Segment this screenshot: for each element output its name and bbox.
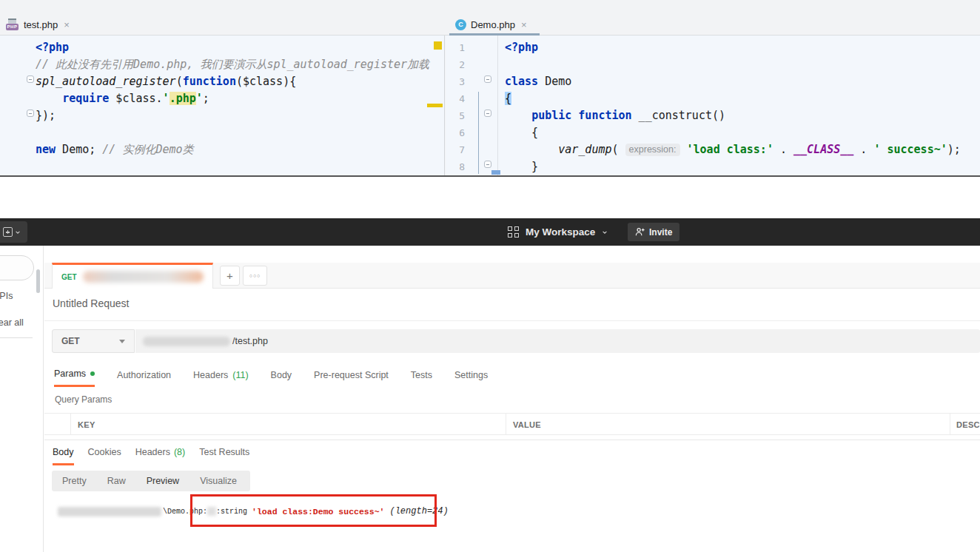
code-line: spl_autoload_register(function($class){: [36, 73, 431, 90]
fold-range-line: [478, 92, 479, 174]
add-request-tab-button[interactable]: +: [220, 266, 240, 286]
code-line: [36, 158, 431, 175]
redacted-line-number: [207, 507, 216, 516]
code-line: {: [505, 124, 977, 141]
sidebar-clear-all[interactable]: Clear all: [0, 317, 24, 328]
view-mode-preview[interactable]: Preview: [136, 476, 189, 486]
tab-test-results[interactable]: Test Results: [199, 440, 249, 465]
line-number: 3: [449, 73, 465, 90]
column-header-value: VALUE: [513, 420, 541, 429]
request-title: Untitled Request: [53, 297, 130, 309]
url-path: /test.php: [232, 336, 268, 346]
line-number: 2: [449, 56, 465, 73]
fold-marker-icon[interactable]: [484, 161, 491, 168]
caret-down-icon: [119, 340, 125, 343]
view-mode-visualize[interactable]: Visualize: [189, 476, 247, 486]
tab-label: test.php: [24, 19, 58, 30]
warning-stripe-mark[interactable]: [434, 41, 442, 50]
gutter-separator: [497, 36, 498, 175]
sidebar-search-pill[interactable]: [0, 255, 34, 280]
view-mode-pretty[interactable]: Pretty: [52, 476, 97, 486]
query-params-table-header: KEY VALUE DESCRIPTION: [44, 413, 980, 435]
line-number: 6: [449, 124, 465, 141]
request-tab-strip: GET + ○○○: [44, 263, 980, 289]
tab-authorization[interactable]: Authorization: [117, 364, 171, 387]
editor-tab-demo-php[interactable]: C Demo.php ×: [449, 14, 533, 35]
response-headers-count: (8): [174, 447, 185, 460]
tab-response-cookies[interactable]: Cookies: [88, 440, 121, 465]
var-dump-file-ref: \Demo.php:: [163, 508, 207, 516]
request-section-tabs: Params Authorization Headers (11) Body P…: [54, 364, 488, 387]
php-badge-label: PHP: [6, 24, 19, 30]
more-tabs-button[interactable]: ○○○: [243, 266, 267, 286]
editor-test-php[interactable]: <?php// 此处没有先引用Demo.php, 我们要演示从spl_autol…: [0, 36, 445, 175]
editor-tab-test-php[interactable]: PHP test.php ×: [0, 14, 75, 35]
sidebar-divider: [0, 337, 33, 338]
close-icon[interactable]: ×: [64, 19, 70, 30]
person-plus-icon: [635, 227, 645, 237]
response-section-tabs: Body Cookies Headers (8) Test Results: [53, 440, 249, 465]
code-line: // 此处没有先引用Demo.php, 我们要演示从spl_autoload_r…: [36, 56, 431, 73]
scrollbar-thumb[interactable]: [36, 269, 40, 293]
divider: [44, 320, 980, 321]
method-select[interactable]: GET: [52, 329, 135, 353]
tab-response-body[interactable]: Body: [53, 440, 74, 465]
workspace-label: My Workspace: [526, 226, 595, 238]
tab-tests[interactable]: Tests: [411, 364, 432, 387]
php-file-icon: PHP: [6, 18, 19, 30]
request-tab[interactable]: GET: [52, 263, 213, 289]
code-line: });: [36, 107, 431, 124]
line-number: 8: [449, 158, 465, 175]
code-area: <?php// 此处没有先引用Demo.php, 我们要演示从spl_autol…: [36, 39, 431, 175]
sidebar-item-apis[interactable]: APIs: [0, 291, 13, 301]
postman-main: GET + ○○○ Untitled Request GET /test.php…: [44, 246, 980, 552]
code-line: public function __construct(): [505, 107, 977, 124]
line-number: 7: [449, 141, 465, 158]
column-header-description: DESCRIPTION: [956, 420, 980, 429]
code-line: new Demo; // 实例化Demo类: [36, 141, 431, 158]
tab-headers[interactable]: Headers (11): [193, 364, 249, 387]
tab-settings[interactable]: Settings: [454, 364, 488, 387]
invite-button[interactable]: Invite: [628, 223, 679, 241]
editor-tab-bar: PHP test.php × C Demo.php ×: [0, 0, 980, 36]
code-line: var_dump( expression: 'load class:' . __…: [505, 141, 977, 158]
code-line: require $class.'.php';: [36, 90, 431, 107]
scrollbar-fragment[interactable]: [491, 170, 500, 175]
line-number: 1: [449, 39, 465, 56]
redacted-host: [143, 337, 230, 346]
tab-response-headers[interactable]: Headers (8): [135, 440, 186, 465]
invite-label: Invite: [649, 227, 672, 238]
var-dump-length: (length=24): [389, 506, 448, 516]
view-mode-raw[interactable]: Raw: [97, 476, 136, 486]
code-line: [505, 56, 977, 73]
method-badge: GET: [61, 273, 77, 281]
chevron-down-icon: [602, 229, 608, 235]
new-tab-button[interactable]: [0, 221, 27, 243]
response-body-line: \Demo.php: :string 'load class:Demo succ…: [58, 504, 449, 519]
postman-header: My Workspace Invite: [0, 218, 980, 246]
fold-marker-icon[interactable]: [27, 110, 34, 117]
fold-marker-icon[interactable]: [27, 75, 34, 83]
response-view-mode-switch: Pretty Raw Preview Visualize: [52, 471, 250, 491]
line-number: 5: [449, 107, 465, 124]
code-line: <?php: [36, 39, 431, 56]
var-dump-string-value: 'load class:Demo success~': [252, 507, 384, 516]
editor-demo-php[interactable]: 12345678 <?phpclass Demo{ public functio…: [446, 36, 980, 175]
fold-marker-icon[interactable]: [484, 75, 491, 83]
workspace-switcher[interactable]: My Workspace: [508, 218, 608, 246]
method-select-value: GET: [61, 336, 80, 346]
code-line: }: [505, 158, 977, 175]
tab-label: Demo.php: [471, 19, 515, 30]
tab-pre-request-script[interactable]: Pre-request Script: [314, 364, 389, 387]
close-icon[interactable]: ×: [521, 19, 527, 30]
line-number-gutter: 12345678: [449, 39, 465, 175]
fold-marker-icon[interactable]: [484, 110, 491, 117]
tab-params[interactable]: Params: [54, 364, 95, 387]
warning-stripe-mark[interactable]: [427, 104, 443, 107]
code-line: class Demo: [505, 73, 977, 90]
redacted-file-path: [58, 507, 161, 516]
tab-body[interactable]: Body: [271, 364, 292, 387]
params-active-dot: [90, 371, 95, 376]
url-input[interactable]: /test.php: [135, 329, 980, 353]
code-line: [36, 124, 431, 141]
